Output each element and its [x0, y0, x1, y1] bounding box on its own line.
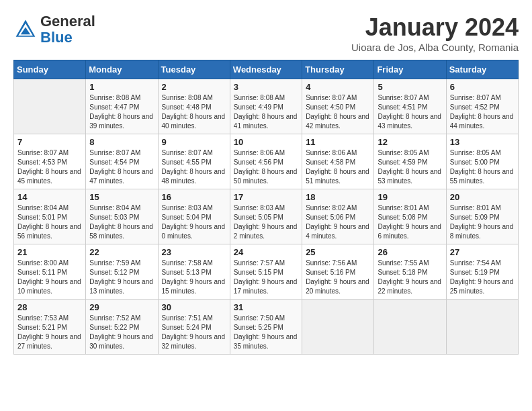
day-info: Sunrise: 8:07 AMSunset: 4:50 PMDaylight:…: [306, 93, 370, 131]
calendar-cell-w4-d6: 26Sunrise: 7:55 AMSunset: 5:18 PMDayligh…: [374, 244, 446, 300]
day-info: Sunrise: 7:52 AMSunset: 5:22 PMDaylight:…: [89, 314, 154, 351]
week-row-1: 1Sunrise: 8:08 AMSunset: 4:47 PMDaylight…: [14, 79, 519, 134]
week-row-4: 21Sunrise: 8:00 AMSunset: 5:11 PMDayligh…: [14, 244, 519, 300]
header-wednesday: Wednesday: [230, 60, 302, 79]
header-sunday: Sunday: [14, 60, 86, 79]
day-number: 21: [17, 247, 82, 257]
calendar-cell-w3-d6: 19Sunrise: 8:01 AMSunset: 5:08 PMDayligh…: [374, 189, 446, 244]
day-number: 3: [234, 82, 298, 92]
calendar-cell-w3-d4: 17Sunrise: 8:03 AMSunset: 5:05 PMDayligh…: [230, 189, 302, 244]
calendar-cell-w5-d3: 30Sunrise: 7:51 AMSunset: 5:24 PMDayligh…: [158, 300, 230, 355]
calendar-cell-w1-d5: 4Sunrise: 8:07 AMSunset: 4:50 PMDaylight…: [302, 79, 374, 134]
day-number: 6: [450, 82, 515, 92]
day-number: 28: [17, 302, 82, 312]
day-number: 25: [306, 247, 370, 257]
day-info: Sunrise: 8:07 AMSunset: 4:51 PMDaylight:…: [378, 93, 442, 131]
day-info: Sunrise: 7:59 AMSunset: 5:12 PMDaylight:…: [89, 259, 154, 296]
header-thursday: Thursday: [302, 60, 374, 79]
day-info: Sunrise: 8:01 AMSunset: 5:08 PMDaylight:…: [378, 203, 442, 241]
day-info: Sunrise: 8:08 AMSunset: 4:47 PMDaylight:…: [89, 93, 154, 131]
day-info: Sunrise: 8:07 AMSunset: 4:54 PMDaylight:…: [89, 148, 154, 186]
day-info: Sunrise: 7:55 AMSunset: 5:18 PMDaylight:…: [378, 259, 442, 296]
day-info: Sunrise: 8:03 AMSunset: 5:04 PMDaylight:…: [162, 203, 226, 241]
day-number: 29: [89, 302, 154, 312]
logo-icon: [13, 17, 38, 42]
day-info: Sunrise: 8:08 AMSunset: 4:48 PMDaylight:…: [162, 93, 226, 131]
day-number: 30: [162, 302, 226, 312]
day-number: 4: [306, 82, 370, 92]
day-info: Sunrise: 8:00 AMSunset: 5:11 PMDaylight:…: [17, 259, 82, 296]
day-number: 8: [89, 137, 154, 147]
calendar-cell-w1-d6: 5Sunrise: 8:07 AMSunset: 4:51 PMDaylight…: [374, 79, 446, 134]
day-number: 9: [162, 137, 226, 147]
location: Uioara de Jos, Alba County, Romania: [351, 42, 519, 53]
day-info: Sunrise: 8:06 AMSunset: 4:56 PMDaylight:…: [234, 148, 298, 186]
day-number: 16: [162, 192, 226, 202]
week-row-5: 28Sunrise: 7:53 AMSunset: 5:21 PMDayligh…: [14, 300, 519, 355]
day-info: Sunrise: 8:07 AMSunset: 4:52 PMDaylight:…: [450, 93, 515, 131]
calendar-cell-w4-d4: 24Sunrise: 7:57 AMSunset: 5:15 PMDayligh…: [230, 244, 302, 300]
day-number: 1: [89, 82, 154, 92]
day-number: 20: [450, 192, 515, 202]
day-number: 14: [17, 192, 82, 202]
calendar-cell-w3-d1: 14Sunrise: 8:04 AMSunset: 5:01 PMDayligh…: [14, 189, 86, 244]
day-info: Sunrise: 7:56 AMSunset: 5:16 PMDaylight:…: [306, 259, 370, 296]
day-number: 18: [306, 192, 370, 202]
header-monday: Monday: [86, 60, 158, 79]
day-number: 24: [234, 247, 298, 257]
calendar-cell-w5-d1: 28Sunrise: 7:53 AMSunset: 5:21 PMDayligh…: [14, 300, 86, 355]
calendar-cell-w1-d3: 2Sunrise: 8:08 AMSunset: 4:48 PMDaylight…: [158, 79, 230, 134]
calendar-cell-w4-d7: 27Sunrise: 7:54 AMSunset: 5:19 PMDayligh…: [446, 244, 518, 300]
calendar-cell-w1-d7: 6Sunrise: 8:07 AMSunset: 4:52 PMDaylight…: [446, 79, 518, 134]
week-row-3: 14Sunrise: 8:04 AMSunset: 5:01 PMDayligh…: [14, 189, 519, 244]
page-header: General Blue January 2024 Uioara de Jos,…: [13, 13, 519, 53]
header-tuesday: Tuesday: [158, 60, 230, 79]
week-row-2: 7Sunrise: 8:07 AMSunset: 4:53 PMDaylight…: [14, 134, 519, 189]
day-number: 23: [162, 247, 226, 257]
day-info: Sunrise: 8:08 AMSunset: 4:49 PMDaylight:…: [234, 93, 298, 131]
day-number: 19: [378, 192, 442, 202]
day-info: Sunrise: 8:03 AMSunset: 5:05 PMDaylight:…: [234, 203, 298, 241]
header-friday: Friday: [374, 60, 446, 79]
calendar-cell-w3-d5: 18Sunrise: 8:02 AMSunset: 5:06 PMDayligh…: [302, 189, 374, 244]
calendar-cell-w2-d5: 11Sunrise: 8:06 AMSunset: 4:58 PMDayligh…: [302, 134, 374, 189]
day-number: 13: [450, 137, 515, 147]
header-saturday: Saturday: [446, 60, 518, 79]
calendar-cell-w3-d3: 16Sunrise: 8:03 AMSunset: 5:04 PMDayligh…: [158, 189, 230, 244]
logo-blue: Blue: [40, 29, 73, 46]
day-info: Sunrise: 7:50 AMSunset: 5:25 PMDaylight:…: [234, 314, 298, 351]
calendar-header: Sunday Monday Tuesday Wednesday Thursday…: [14, 60, 519, 79]
day-number: 26: [378, 247, 442, 257]
logo: General Blue: [13, 13, 95, 46]
calendar-cell-w2-d3: 9Sunrise: 8:07 AMSunset: 4:55 PMDaylight…: [158, 134, 230, 189]
calendar-cell-w5-d4: 31Sunrise: 7:50 AMSunset: 5:25 PMDayligh…: [230, 300, 302, 355]
day-number: 5: [378, 82, 442, 92]
logo-general: General: [40, 13, 95, 30]
day-number: 31: [234, 302, 298, 312]
calendar-cell-w2-d4: 10Sunrise: 8:06 AMSunset: 4:56 PMDayligh…: [230, 134, 302, 189]
calendar-cell-w5-d6: [374, 300, 446, 355]
day-number: 22: [89, 247, 154, 257]
calendar-cell-w5-d5: [302, 300, 374, 355]
page-container: General Blue January 2024 Uioara de Jos,…: [13, 13, 519, 355]
day-info: Sunrise: 7:51 AMSunset: 5:24 PMDaylight:…: [162, 314, 226, 351]
day-number: 11: [306, 137, 370, 147]
day-info: Sunrise: 7:53 AMSunset: 5:21 PMDaylight:…: [17, 314, 82, 351]
calendar-cell-w1-d2: 1Sunrise: 8:08 AMSunset: 4:47 PMDaylight…: [86, 79, 158, 134]
day-info: Sunrise: 8:05 AMSunset: 4:59 PMDaylight:…: [378, 148, 442, 186]
calendar-cell-w5-d2: 29Sunrise: 7:52 AMSunset: 5:22 PMDayligh…: [86, 300, 158, 355]
title-block: January 2024 Uioara de Jos, Alba County,…: [351, 13, 519, 53]
day-info: Sunrise: 8:05 AMSunset: 5:00 PMDaylight:…: [450, 148, 515, 186]
day-info: Sunrise: 8:04 AMSunset: 5:01 PMDaylight:…: [17, 203, 82, 241]
calendar-table: Sunday Monday Tuesday Wednesday Thursday…: [13, 60, 519, 355]
day-info: Sunrise: 8:04 AMSunset: 5:03 PMDaylight:…: [89, 203, 154, 241]
day-info: Sunrise: 7:58 AMSunset: 5:13 PMDaylight:…: [162, 259, 226, 296]
calendar-cell-w3-d2: 15Sunrise: 8:04 AMSunset: 5:03 PMDayligh…: [86, 189, 158, 244]
calendar-cell-w2-d7: 13Sunrise: 8:05 AMSunset: 5:00 PMDayligh…: [446, 134, 518, 189]
calendar-cell-w4-d2: 22Sunrise: 7:59 AMSunset: 5:12 PMDayligh…: [86, 244, 158, 300]
day-number: 10: [234, 137, 298, 147]
day-number: 27: [450, 247, 515, 257]
day-info: Sunrise: 7:57 AMSunset: 5:15 PMDaylight:…: [234, 259, 298, 296]
day-info: Sunrise: 8:07 AMSunset: 4:53 PMDaylight:…: [17, 148, 82, 186]
calendar-cell-w1-d1: [14, 79, 86, 134]
